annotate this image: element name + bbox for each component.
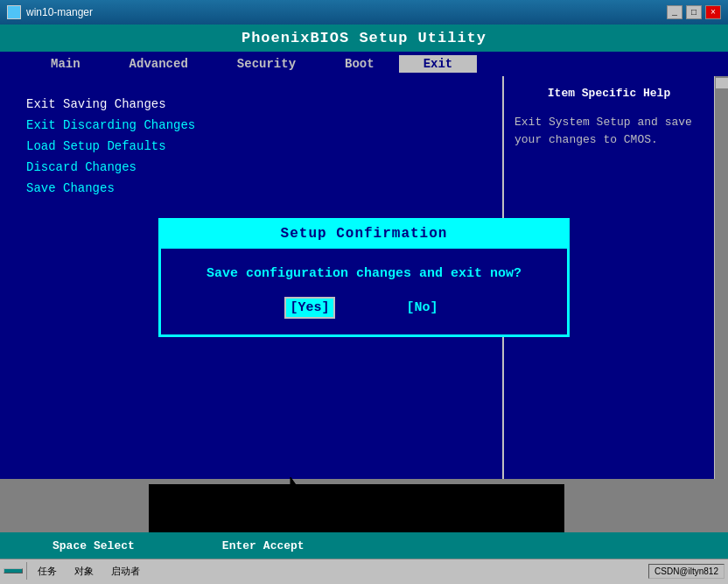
nav-advanced[interactable]: Advanced <box>105 55 213 73</box>
bios-header: PhoenixBIOS Setup Utility <box>0 25 728 52</box>
maximize-button[interactable]: □ <box>686 5 702 19</box>
scrollbar[interactable] <box>714 76 728 479</box>
bios-content: Exit Saving Changes Exit Discarding Chan… <box>0 76 728 479</box>
accept-label: Accept <box>263 539 304 552</box>
window-controls[interactable]: _ □ × <box>667 5 721 19</box>
bios-container: PhoenixBIOS Setup Utility Main Advanced … <box>0 25 728 559</box>
dialog-message: Save configuration changes and exit now? <box>175 266 553 281</box>
bios-nav: Main Advanced Security Boot Exit <box>0 52 728 76</box>
window-icon <box>7 5 21 19</box>
taskbar: 任务 对象 启动者 CSDN@iltyn812 <box>0 559 728 582</box>
dialog-body: Save configuration changes and exit now?… <box>161 247 567 334</box>
taskbar-qidong: 启动者 <box>104 563 147 580</box>
minimize-button[interactable]: _ <box>667 5 682 19</box>
taskbar-duixiang: 对象 <box>67 563 101 580</box>
cursor-indicator <box>282 477 308 517</box>
window-title: win10-manger <box>26 6 662 18</box>
close-button[interactable]: × <box>705 5 721 19</box>
black-bar <box>149 484 564 532</box>
svg-marker-0 <box>290 477 304 508</box>
dialog-title: Setup Confirmation <box>161 221 567 247</box>
status-space: Space Select <box>52 539 135 552</box>
dialog-box: Setup Confirmation Save configuration ch… <box>158 218 570 337</box>
enter-key-label: Enter <box>222 539 256 552</box>
space-key-label: Space <box>52 539 87 552</box>
dialog-buttons: [Yes] [No] <box>175 299 553 317</box>
dialog-overlay: Setup Confirmation Save configuration ch… <box>0 76 728 479</box>
status-bar: Space Select Enter Accept <box>0 532 728 559</box>
taskbar-csdn: CSDN@iltyn812 <box>648 564 724 579</box>
taskbar-sep1 <box>26 562 27 580</box>
select-label: Select <box>94 539 135 552</box>
window-titlebar: win10-manger _ □ × <box>0 0 728 25</box>
dialog-no-button[interactable]: [No] <box>403 299 442 317</box>
nav-exit[interactable]: Exit <box>399 55 478 73</box>
nav-main[interactable]: Main <box>26 55 105 73</box>
left-panel: Exit Saving Changes Exit Discarding Chan… <box>0 76 504 479</box>
dialog-yes-button[interactable]: [Yes] <box>286 299 332 317</box>
nav-boot[interactable]: Boot <box>320 55 399 73</box>
status-enter: Enter Accept <box>222 539 304 552</box>
taskbar-start[interactable] <box>4 568 23 573</box>
taskbar-renwu: 任务 <box>31 563 64 580</box>
bios-title: PhoenixBIOS Setup Utility <box>242 30 486 46</box>
nav-security[interactable]: Security <box>213 55 320 73</box>
